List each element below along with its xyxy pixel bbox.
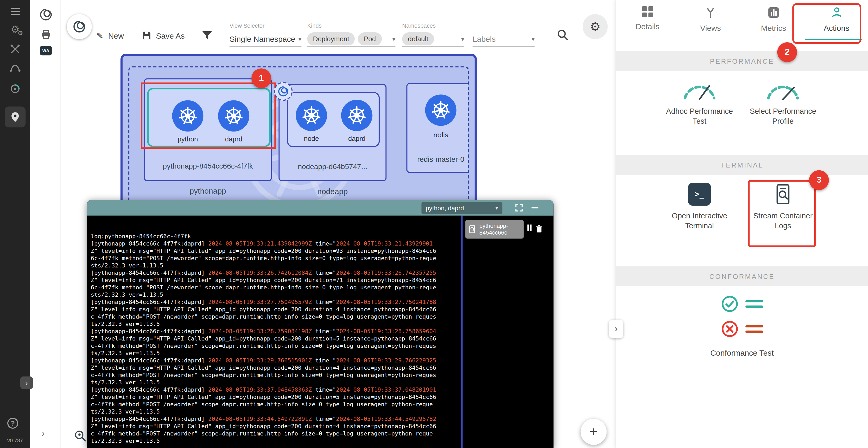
kind-chip-deployment[interactable]: Deployment — [307, 32, 355, 46]
conformance-test-button[interactable]: Conformance Test — [616, 295, 868, 357]
pencil-icon: ✎ — [96, 31, 103, 40]
dapr-home-button[interactable] — [67, 14, 92, 39]
section-header-performance: PERFORMANCE — [616, 51, 868, 71]
active-tab-indicator — [805, 39, 862, 40]
deployment-label: pythonapp — [144, 186, 272, 195]
kind-chip-pod[interactable]: Pod — [358, 32, 381, 46]
save-icon — [142, 31, 151, 40]
pause-icon[interactable] — [527, 225, 532, 231]
add-button[interactable]: + — [581, 419, 607, 445]
log-line: c-4f7fk method="POST /neworder" scope=da… — [91, 430, 457, 438]
container-label: redis — [420, 131, 462, 139]
mesh-wheel-icon[interactable] — [9, 83, 21, 95]
tools-icon[interactable] — [9, 43, 21, 55]
panel-tabs: Details Views Metrics Actions — [616, 0, 868, 46]
save-as-button[interactable]: Save As — [142, 28, 185, 43]
log-line: 6c-4f7fk method="POST /neworder" scope=d… — [91, 284, 457, 292]
log-line: Z" level=info msg="HTTP API Called" app_… — [91, 423, 457, 430]
log-line: ts/2.32.3 ver=1.13.5 — [91, 379, 457, 386]
minimize-icon[interactable] — [532, 207, 538, 208]
fullscreen-icon[interactable] — [515, 204, 523, 212]
labels-placeholder: Labels — [473, 34, 496, 43]
view-selector-dropdown[interactable]: Single Namespace ▾ — [229, 31, 302, 47]
container-selector-value: python, daprd — [426, 204, 464, 212]
labels-control: Labels ▾ — [473, 23, 535, 47]
dapr-sidecar-icon — [274, 82, 292, 101]
log-line: sts/2.32.3 ver=1.13.5 — [91, 262, 457, 270]
container-label: daprd — [213, 135, 254, 143]
log-line: [pythonapp-8454cc66c-4f7fk:daprd] 2024-0… — [91, 416, 457, 423]
dapr-spiral-icon[interactable] — [39, 7, 53, 22]
log-line: ts/2.32.3 ver=1.13.5 — [91, 321, 457, 328]
namespaces-control: Namespaces default ▾ — [402, 23, 464, 47]
section-header-conformance: CONFORMANCE — [616, 266, 868, 286]
log-line: ts/2.32.3 ver=1.13.5 — [91, 438, 457, 445]
container-label: node — [290, 135, 332, 143]
tab-metrics[interactable]: Metrics — [742, 0, 805, 46]
action-label-line1: Stream Container — [753, 211, 812, 221]
pod-containers-box-nodeapp: node daprd — [287, 92, 380, 147]
namespace-chip-default[interactable]: default — [402, 32, 434, 46]
kubernetes-container-icon-python[interactable] — [172, 100, 204, 131]
chevron-down-icon: ▾ — [532, 35, 535, 42]
x-circle-icon — [721, 320, 739, 338]
annotation-step-3: 3 — [809, 170, 829, 190]
log-line: Z" level=info msg="HTTP API Called" app_… — [91, 394, 457, 401]
tab-label: Metrics — [761, 24, 786, 32]
chevron-down-icon: ▾ — [495, 205, 498, 211]
terminal-log[interactable]: log:pythonapp-8454cc66c-4f7fk[pythonapp-… — [87, 215, 461, 448]
dapr-spiral-icon — [72, 20, 86, 33]
pod-box-nodeapp[interactable]: node daprd nodeapp-d64b5747... — [278, 84, 386, 181]
kubernetes-container-icon-redis[interactable] — [425, 94, 456, 126]
pod-box-redis[interactable]: redis redis-master-0 — [406, 83, 469, 173]
action-label-line2: Logs — [753, 221, 812, 231]
curve-icon[interactable] — [9, 61, 21, 73]
terminal-pod-list: pythonapp- 8454cc66c — [463, 215, 554, 448]
rail-expand-button[interactable]: › — [42, 428, 45, 439]
location-pin-icon[interactable] — [5, 107, 26, 127]
namespaces-dropdown[interactable]: default ▾ — [402, 31, 464, 47]
canvas-toolbar: ✎ New Save As View Selector Single Names… — [61, 0, 616, 52]
kinds-dropdown[interactable]: Deployment Pod ▾ — [307, 31, 395, 47]
app-root: ⚙ ⚙ › ? v0.787 WA › — [0, 0, 868, 448]
chevron-down-icon: ▾ — [461, 35, 464, 42]
search-icon[interactable] — [556, 28, 570, 42]
gear-icon: ⚙ — [590, 20, 600, 34]
printer-icon[interactable] — [39, 27, 53, 42]
trash-icon[interactable] — [535, 225, 543, 233]
tab-details[interactable]: Details — [616, 0, 679, 46]
wa-badge[interactable]: WA — [40, 46, 52, 55]
log-line: [pythonapp-8454cc66c-4f7fk:daprd] 2024-0… — [91, 328, 457, 335]
settings-gears-icon[interactable]: ⚙ ⚙ — [9, 23, 21, 35]
select-performance-profile-button[interactable]: Select Performance Profile — [731, 78, 835, 126]
settings-button[interactable]: ⚙ — [583, 14, 608, 39]
log-line: [pythonapp-8454cc66c-4f7fk:daprd] 2024-0… — [91, 240, 457, 248]
grid-icon — [642, 6, 653, 17]
new-button[interactable]: ✎ New — [96, 28, 124, 43]
container-label: daprd — [336, 135, 377, 143]
help-icon[interactable]: ? — [7, 418, 18, 429]
secondary-rail: WA › — [30, 0, 61, 448]
log-zoom-icon[interactable] — [441, 238, 453, 249]
labels-dropdown[interactable]: Labels ▾ — [473, 31, 535, 47]
panel-collapse-button[interactable]: › — [609, 320, 623, 338]
log-line: [pythonapp-8454cc66c-4f7fk:daprd] 2024-0… — [91, 357, 457, 364]
pod-box-pythonapp[interactable]: python daprd pythonapp-8454cc66c-4f7fk — [144, 78, 272, 181]
tab-views[interactable]: Views — [679, 0, 742, 46]
filter-icon[interactable] — [201, 29, 213, 42]
kubernetes-container-icon-daprd[interactable] — [341, 100, 372, 131]
chevron-down-icon: ▾ — [392, 35, 395, 42]
zoom-in-icon[interactable] — [73, 429, 87, 443]
menu-icon[interactable] — [9, 5, 21, 18]
application-group-box: python daprd pythonapp-8454cc66c-4f7fk p… — [128, 66, 469, 221]
version-label: v0.787 — [0, 438, 30, 443]
terminal-title-bar[interactable]: python, daprd ▾ — [87, 200, 554, 215]
pod-log-source-chip[interactable]: pythonapp- 8454cc66c — [465, 220, 524, 239]
document-search-icon — [469, 225, 477, 234]
action-label-line2: Profile — [750, 116, 816, 126]
kubernetes-container-icon-node[interactable] — [296, 100, 327, 131]
kubernetes-container-icon-daprd[interactable] — [218, 100, 249, 131]
sidebar-expand-button[interactable]: › — [20, 377, 33, 389]
container-selector-dropdown[interactable]: python, daprd ▾ — [421, 202, 502, 214]
pod-name: redis-master-0 — [407, 155, 469, 163]
